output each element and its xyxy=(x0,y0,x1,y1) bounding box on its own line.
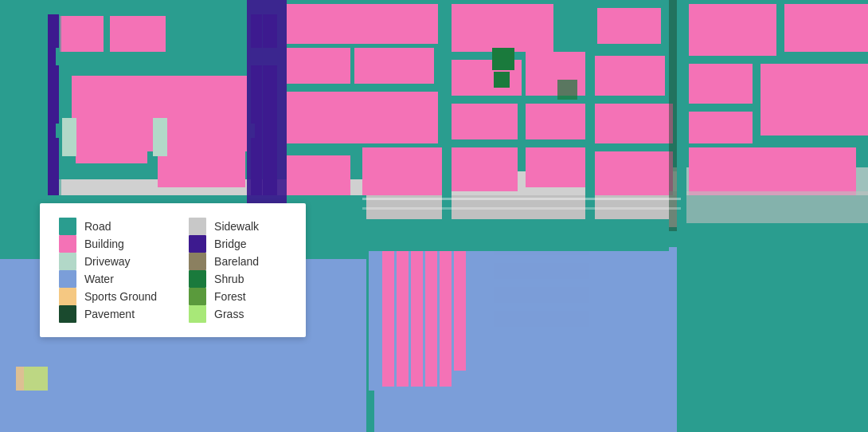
legend-item-pavement: Pavement xyxy=(59,305,157,323)
svg-rect-44 xyxy=(669,191,868,227)
svg-rect-39 xyxy=(597,8,661,44)
svg-rect-37 xyxy=(689,112,753,143)
svg-rect-31 xyxy=(450,147,518,191)
svg-rect-15 xyxy=(60,16,104,52)
svg-rect-80 xyxy=(677,247,868,432)
svg-rect-65 xyxy=(669,0,677,231)
legend-item-water: Water xyxy=(59,270,157,288)
svg-rect-29 xyxy=(450,104,518,139)
legend-swatch-bareland xyxy=(189,253,206,270)
svg-rect-24 xyxy=(287,155,350,195)
svg-rect-19 xyxy=(158,132,245,187)
svg-rect-57 xyxy=(366,219,669,251)
svg-rect-36 xyxy=(760,64,868,135)
svg-rect-82 xyxy=(366,391,374,432)
svg-rect-30 xyxy=(526,104,585,139)
legend-swatch-bridge xyxy=(189,235,206,253)
svg-rect-85 xyxy=(247,0,287,223)
svg-rect-16 xyxy=(110,16,166,52)
svg-rect-64 xyxy=(677,0,686,231)
svg-rect-61 xyxy=(492,48,514,70)
svg-rect-40 xyxy=(589,56,665,96)
svg-rect-84 xyxy=(59,0,61,199)
svg-rect-56 xyxy=(494,311,589,327)
legend-swatch-pavement xyxy=(59,305,76,323)
svg-rect-68 xyxy=(62,118,76,156)
legend-left-column: RoadBuildingDrivewayWaterSports GroundPa… xyxy=(59,218,157,323)
legend-item-sidewalk: Sidewalk xyxy=(189,218,287,235)
legend-swatch-building xyxy=(59,235,76,253)
svg-rect-83 xyxy=(24,367,48,391)
svg-rect-25 xyxy=(362,147,442,195)
legend: RoadBuildingDrivewayWaterSports GroundPa… xyxy=(40,203,306,337)
legend-swatch-water xyxy=(59,270,76,288)
legend-swatch-shrub xyxy=(189,270,206,288)
svg-rect-67 xyxy=(585,0,595,223)
svg-rect-42 xyxy=(589,151,673,195)
legend-right-column: SidewalkBridgeBarelandShrubForestGrass xyxy=(189,218,287,323)
legend-label-driveway: Driveway xyxy=(84,255,131,268)
svg-rect-32 xyxy=(526,147,585,187)
svg-rect-66 xyxy=(442,0,452,223)
legend-label-building: Building xyxy=(84,238,124,250)
map-container: RoadBuildingDrivewayWaterSports GroundPa… xyxy=(0,0,868,432)
legend-label-shrub: Shrub xyxy=(214,273,244,285)
svg-rect-35 xyxy=(689,64,753,104)
svg-rect-55 xyxy=(494,287,589,303)
svg-rect-7 xyxy=(10,0,53,199)
svg-rect-54 xyxy=(494,263,589,279)
legend-item-road: Road xyxy=(59,218,157,235)
svg-rect-38 xyxy=(689,147,856,195)
legend-label-sports-ground: Sports Ground xyxy=(84,290,157,303)
legend-item-grass: Grass xyxy=(189,305,287,323)
legend-item-forest: Forest xyxy=(189,288,287,305)
legend-label-pavement: Pavement xyxy=(84,308,135,320)
svg-rect-22 xyxy=(354,48,434,84)
svg-rect-62 xyxy=(494,72,510,88)
svg-rect-18 xyxy=(76,132,147,163)
legend-swatch-sidewalk xyxy=(189,218,206,235)
legend-label-bareland: Bareland xyxy=(214,255,259,268)
svg-rect-87 xyxy=(362,207,681,210)
svg-rect-63 xyxy=(557,80,577,100)
legend-swatch-grass xyxy=(189,305,206,323)
legend-swatch-forest xyxy=(189,288,206,305)
svg-rect-33 xyxy=(689,4,776,56)
legend-item-sports-ground: Sports Ground xyxy=(59,288,157,305)
svg-rect-69 xyxy=(153,118,167,156)
legend-label-water: Water xyxy=(84,273,114,285)
svg-rect-26 xyxy=(450,4,553,52)
legend-item-bareland: Bareland xyxy=(189,253,287,270)
svg-rect-41 xyxy=(589,104,673,143)
svg-rect-34 xyxy=(784,4,868,52)
legend-label-sidewalk: Sidewalk xyxy=(214,220,259,233)
svg-rect-23 xyxy=(287,92,438,143)
legend-swatch-driveway xyxy=(59,253,76,270)
legend-item-building: Building xyxy=(59,235,157,253)
svg-rect-21 xyxy=(287,48,350,84)
legend-label-road: Road xyxy=(84,220,111,233)
svg-rect-20 xyxy=(287,4,438,44)
legend-item-shrub: Shrub xyxy=(189,270,287,288)
legend-item-driveway: Driveway xyxy=(59,253,157,270)
svg-rect-86 xyxy=(362,198,681,200)
legend-swatch-sports-ground xyxy=(59,288,76,305)
legend-swatch-road xyxy=(59,218,76,235)
legend-label-bridge: Bridge xyxy=(214,238,246,250)
legend-label-grass: Grass xyxy=(214,308,244,320)
svg-rect-79 xyxy=(677,223,868,247)
legend-item-bridge: Bridge xyxy=(189,235,287,253)
svg-rect-81 xyxy=(0,391,366,432)
legend-label-forest: Forest xyxy=(214,290,246,303)
